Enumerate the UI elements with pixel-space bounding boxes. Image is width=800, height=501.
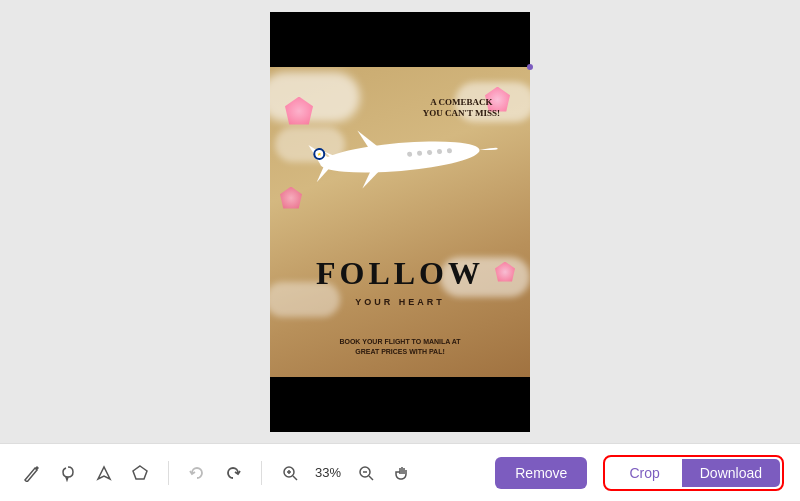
- svg-point-0: [319, 136, 481, 178]
- divider-2: [261, 461, 262, 485]
- svg-line-16: [369, 476, 373, 480]
- selection-handle[interactable]: [527, 64, 533, 70]
- download-button[interactable]: Download: [682, 459, 780, 487]
- canvas-area: A COMEBACK YOU CAN'T MISS!: [0, 0, 800, 443]
- crop-button[interactable]: Crop: [607, 459, 681, 487]
- poster-title: FOLLOW: [316, 255, 484, 292]
- polygon-tool[interactable]: [124, 457, 156, 489]
- poster-bottom-text: BOOK YOUR FLIGHT TO MANILA AT GREAT PRIC…: [339, 337, 460, 357]
- hand-tool[interactable]: [386, 457, 418, 489]
- zoom-out-button[interactable]: [350, 457, 382, 489]
- zoom-value: 33%: [310, 465, 346, 480]
- lasso-tool[interactable]: [52, 457, 84, 489]
- divider-1: [168, 461, 169, 485]
- pencil-tool[interactable]: [16, 457, 48, 489]
- tool-group-draw: [16, 457, 156, 489]
- svg-marker-9: [133, 466, 147, 479]
- undo-button[interactable]: [181, 457, 213, 489]
- zoom-group: 33%: [274, 457, 418, 489]
- poster-subtitle: YOUR HEART: [355, 297, 445, 307]
- image-container: A COMEBACK YOU CAN'T MISS!: [270, 12, 530, 432]
- redo-button[interactable]: [217, 457, 249, 489]
- tool-group-history: [181, 457, 249, 489]
- svg-line-13: [293, 476, 297, 480]
- crop-download-group: Crop Download: [603, 455, 784, 491]
- poster-image: A COMEBACK YOU CAN'T MISS!: [270, 67, 530, 377]
- toolbar: 33% Remove Crop Download: [0, 443, 800, 501]
- arrow-tool[interactable]: [88, 457, 120, 489]
- remove-button[interactable]: Remove: [495, 457, 587, 489]
- zoom-in-button[interactable]: [274, 457, 306, 489]
